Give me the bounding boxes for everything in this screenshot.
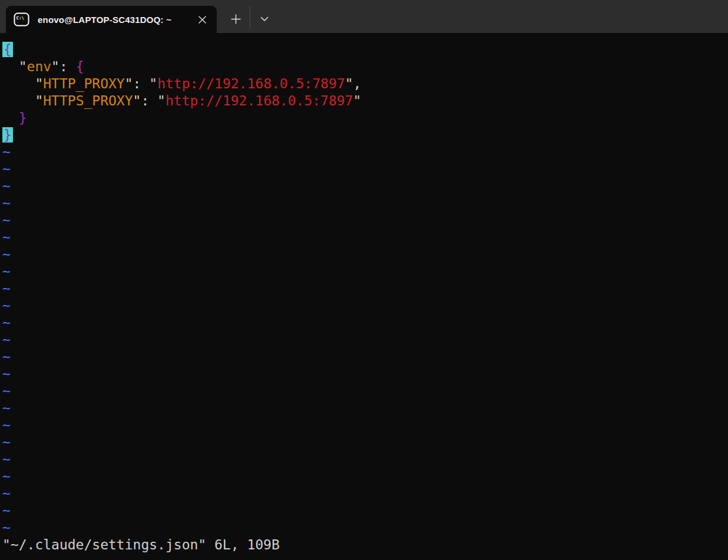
code-line: } [2,110,728,127]
tab-bar: C:\ enovo@LAPTOP-SC431DOQ: ~ [0,0,728,33]
empty-line-tilde: ~ [2,468,728,485]
tab-bar-divider [250,6,250,29]
svg-text:C:\: C:\ [16,15,25,21]
empty-line-tilde: ~ [2,263,728,280]
empty-line-tilde: ~ [2,332,728,349]
empty-line-tilde: ~ [2,383,728,400]
tab-title: enovo@LAPTOP-SC431DOQ: ~ [38,15,171,25]
empty-line-tilde: ~ [2,366,728,383]
empty-line-tilde: ~ [2,502,728,519]
vim-status-line: "~/.claude/settings.json" 6L, 109B [2,536,728,554]
empty-line-tilde: ~ [2,178,728,195]
empty-line-tilde: ~ [2,161,728,178]
code-line: { [2,41,728,58]
empty-line-tilde: ~ [2,212,728,229]
empty-line-tilde: ~ [2,229,728,246]
empty-line-tilde: ~ [2,246,728,263]
code-line: "env": { [2,58,728,75]
empty-line-tilde: ~ [2,349,728,366]
empty-line-tilde: ~ [2,195,728,212]
empty-line-tilde: ~ [2,451,728,468]
terminal-tab[interactable]: C:\ enovo@LAPTOP-SC431DOQ: ~ [6,6,217,33]
empty-line-tilde: ~ [2,144,728,161]
code-line: } [2,127,728,144]
code-line: "HTTPS_PROXY": "http://192.168.0.5:7897" [2,92,728,110]
empty-line-tilde: ~ [2,485,728,502]
empty-line-tilde: ~ [2,314,728,332]
empty-line-tilde: ~ [2,280,728,297]
empty-line-tilde: ~ [2,400,728,417]
new-tab-button[interactable] [226,9,246,29]
code-line: "HTTP_PROXY": "http://192.168.0.5:7897", [2,75,728,92]
empty-line-tilde: ~ [2,519,728,536]
terminal-screen[interactable]: { "env": { "HTTP_PROXY": "http://192.168… [0,33,728,560]
empty-line-tilde: ~ [2,297,728,314]
tab-dropdown-button[interactable] [254,9,274,29]
tab-close-button[interactable] [193,11,211,28]
empty-line-tilde: ~ [2,417,728,434]
empty-line-tilde: ~ [2,434,728,451]
command-prompt-icon: C:\ [14,12,29,26]
